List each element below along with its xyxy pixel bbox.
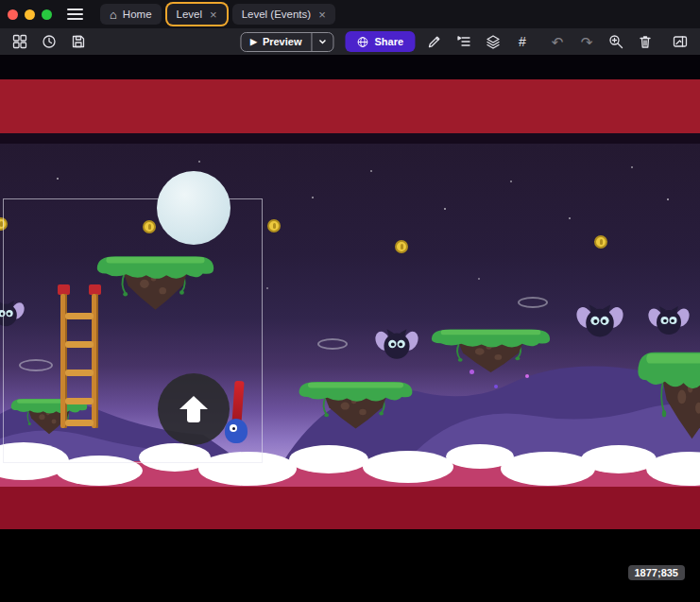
close-tab-icon[interactable]: × bbox=[318, 9, 326, 21]
preview-button-label: Preview bbox=[263, 36, 302, 47]
moon[interactable] bbox=[157, 171, 230, 245]
menu-icon[interactable] bbox=[67, 9, 83, 20]
floating-island[interactable] bbox=[426, 322, 555, 378]
pencil-icon[interactable] bbox=[424, 32, 445, 51]
wind-gust bbox=[518, 297, 548, 308]
window-controls bbox=[8, 9, 52, 20]
zoom-window-button[interactable] bbox=[42, 9, 52, 20]
tab-home-label: Home bbox=[123, 9, 152, 20]
close-window-button[interactable] bbox=[8, 9, 18, 20]
fly-enemy[interactable] bbox=[375, 327, 418, 363]
layers-icon[interactable] bbox=[483, 32, 504, 51]
home-icon: ⌂ bbox=[110, 9, 117, 21]
toolbar-center-group: ▶ Preview Share bbox=[240, 28, 415, 55]
scene-canvas[interactable] bbox=[0, 55, 700, 529]
properties-panel-icon[interactable] bbox=[670, 32, 691, 51]
preview-button[interactable]: ▶ Preview bbox=[240, 32, 334, 52]
top-red-banner bbox=[0, 79, 700, 133]
particle bbox=[494, 385, 498, 388]
coin[interactable] bbox=[267, 219, 281, 232]
coin[interactable] bbox=[395, 240, 408, 253]
up-arrow-icon bbox=[179, 396, 208, 423]
panels-icon[interactable] bbox=[9, 32, 30, 51]
stars bbox=[0, 55, 2, 57]
gdevelop-window: ⌂ Home Level × Level (Events) × bbox=[0, 0, 700, 602]
undo-icon[interactable]: ↶ bbox=[547, 32, 568, 51]
chevron-down-icon bbox=[317, 38, 327, 45]
toolbar: ▶ Preview Share bbox=[0, 28, 700, 55]
redo-icon[interactable]: ↷ bbox=[576, 32, 597, 51]
dark-divider-strip bbox=[0, 133, 700, 144]
trash-icon[interactable] bbox=[635, 32, 656, 51]
tab-bar: ⌂ Home Level × Level (Events) × bbox=[0, 0, 700, 28]
coin[interactable] bbox=[594, 235, 607, 249]
zoom-in-icon[interactable] bbox=[606, 32, 626, 51]
share-button-label: Share bbox=[374, 36, 403, 47]
fly-enemy[interactable] bbox=[576, 302, 623, 341]
save-icon[interactable] bbox=[68, 32, 89, 51]
cursor-coordinates: 1877;835 bbox=[628, 565, 686, 580]
status-area: 1877;835 bbox=[0, 529, 700, 602]
particle bbox=[525, 374, 529, 378]
fly-enemy[interactable] bbox=[648, 304, 690, 338]
history-icon[interactable] bbox=[39, 32, 60, 51]
tab-level-events-label: Level (Events) bbox=[242, 9, 312, 20]
close-tab-icon[interactable]: × bbox=[210, 9, 217, 21]
tab-level-events[interactable]: Level (Events) × bbox=[232, 4, 335, 25]
instances-list-icon[interactable] bbox=[453, 32, 474, 51]
grid-icon[interactable]: # bbox=[512, 32, 533, 51]
tab-home[interactable]: ⌂ Home bbox=[100, 4, 162, 25]
share-button[interactable]: Share bbox=[345, 31, 415, 52]
toolbar-left-group bbox=[9, 32, 89, 51]
globe-icon bbox=[356, 36, 368, 48]
minimize-window-button[interactable] bbox=[25, 9, 35, 20]
play-icon: ▶ bbox=[250, 38, 257, 46]
jump-button[interactable] bbox=[158, 373, 230, 445]
tab-level[interactable]: Level × bbox=[167, 4, 227, 25]
wind-gust bbox=[317, 338, 348, 350]
particle bbox=[470, 370, 474, 374]
tab-level-label: Level bbox=[177, 9, 203, 20]
preview-dropdown-button[interactable] bbox=[311, 33, 333, 51]
